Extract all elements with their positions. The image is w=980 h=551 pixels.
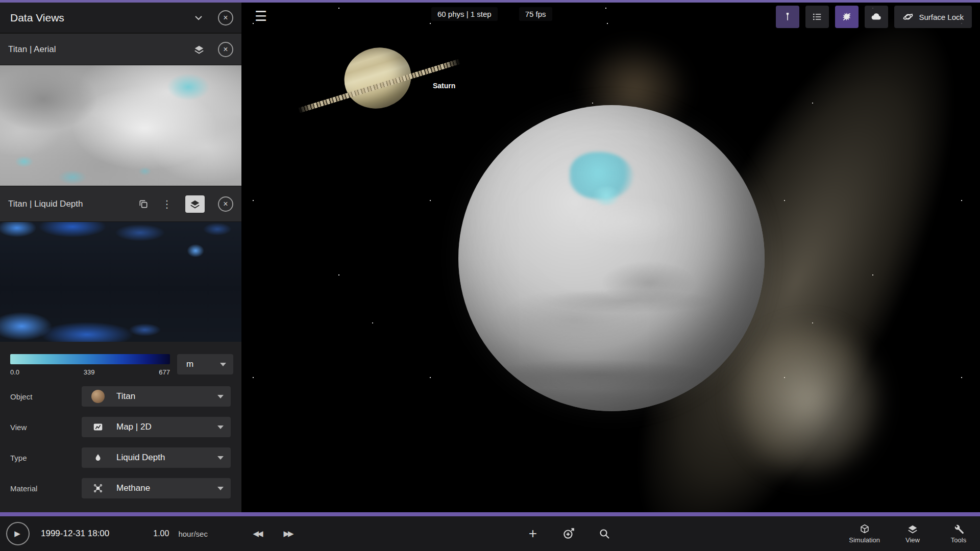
flashlight-icon <box>782 12 793 22</box>
droplet-icon <box>91 453 105 462</box>
aerial-view-title: Titan | Aerial <box>8 44 193 55</box>
view-menu-label: View <box>905 536 920 544</box>
chevron-down-icon <box>220 363 226 366</box>
simulation-datetime[interactable]: 1999-12-31 18:00 <box>41 529 109 539</box>
time-step-controls: ◀◀ ▶▶ <box>246 516 299 551</box>
titan-moon[interactable] <box>458 105 765 411</box>
liquid-view-header: Titan | Liquid Depth ⋮ × <box>0 186 241 222</box>
aerial-view-header: Titan | Aerial × <box>0 33 241 65</box>
physics-status: 60 phys | 1 step <box>431 7 498 21</box>
tools-menu-button[interactable]: Tools <box>942 521 975 546</box>
app-root: Data Views × Titan | Aerial <box>0 0 980 551</box>
view-options-button[interactable]: ⋮ <box>162 198 172 210</box>
time-rate-unit[interactable]: hour/sec <box>178 530 208 538</box>
close-panel-button[interactable]: × <box>218 10 233 26</box>
surface-lock-icon <box>902 11 914 22</box>
fps-counter: 75 fps <box>519 7 552 21</box>
collisions-toggle-button[interactable] <box>835 6 859 28</box>
layers-icon <box>193 44 205 55</box>
atmosphere-button[interactable] <box>865 6 888 28</box>
molecule-icon <box>91 483 105 493</box>
layers-icon <box>189 198 201 210</box>
close-icon: × <box>223 45 228 54</box>
chevron-down-icon <box>192 12 205 24</box>
speed-up-button[interactable]: ▶▶ <box>277 522 299 545</box>
surface-lock-label: Surface Lock <box>919 13 964 21</box>
close-icon: × <box>223 13 228 22</box>
field-row-view: View Map | 2D <box>0 412 241 442</box>
chevron-down-icon <box>217 456 224 460</box>
field-row-type: Type Liquid Depth <box>0 442 241 473</box>
object-label: Object <box>10 392 82 401</box>
add-object-button[interactable] <box>556 521 581 546</box>
object-dropdown[interactable]: Titan <box>82 386 231 407</box>
color-legend: 0.0 339 677 <box>10 354 170 376</box>
layers-icon <box>907 523 918 535</box>
kebab-menu-icon: ⋮ <box>162 198 172 210</box>
simulation-menu-button[interactable]: Simulation <box>846 521 883 546</box>
view-block-aerial: Titan | Aerial × <box>0 33 241 186</box>
legend-mid: 339 <box>84 368 95 376</box>
wrench-icon <box>953 523 964 535</box>
titan-surface-texture <box>458 105 765 411</box>
liquid-close-button[interactable]: × <box>218 196 233 212</box>
unit-value: m <box>186 359 193 369</box>
chevron-down-icon <box>217 425 224 429</box>
play-icon: ▶ <box>14 529 20 538</box>
cloud-icon <box>871 11 882 22</box>
aerial-close-button[interactable]: × <box>218 42 233 57</box>
performance-stats: 60 phys | 1 step 75 fps <box>431 7 552 21</box>
view-menu-button[interactable]: View <box>896 521 929 546</box>
map-icon <box>91 421 105 433</box>
type-dropdown[interactable]: Liquid Depth <box>82 447 231 468</box>
time-rate-value[interactable]: 1.00 <box>153 529 169 538</box>
field-row-material: Material Methane <box>0 473 241 504</box>
plus-icon: + <box>529 525 537 542</box>
view-settings-fields: Object Titan View Map | 2D Type <box>0 378 241 504</box>
material-label: Material <box>10 484 82 493</box>
object-action-buttons: + <box>521 516 617 551</box>
search-button[interactable] <box>592 521 617 546</box>
view-label: View <box>10 423 82 432</box>
data-rows-button[interactable] <box>805 6 829 28</box>
lighting-toggle-button[interactable] <box>776 6 799 28</box>
type-label: Type <box>10 454 82 462</box>
viewport-toolbar: Surface Lock <box>776 6 972 28</box>
data-views-header: Data Views × <box>0 3 241 33</box>
unit-dropdown[interactable]: m <box>177 354 233 374</box>
data-views-panel: Data Views × Titan | Aerial <box>0 3 241 512</box>
duplicate-view-button[interactable] <box>138 199 149 209</box>
main-menu-button[interactable]: ☰ <box>252 8 270 25</box>
panel-header-actions: × <box>192 10 233 26</box>
fast-forward-icon: ▶▶ <box>283 529 292 538</box>
panel-title: Data Views <box>10 12 192 24</box>
play-button[interactable]: ▶ <box>6 522 30 545</box>
liquid-view-actions: ⋮ × <box>138 195 233 213</box>
time-controls-left: ▶ 1999-12-31 18:00 1.00 hour/sec <box>6 516 208 551</box>
bottom-accent-bar <box>0 512 980 516</box>
simulation-viewport[interactable]: Saturn ☰ 60 phys | 1 step 75 fps <box>241 3 980 512</box>
aerial-view-actions: × <box>193 42 233 57</box>
simulation-menu-label: Simulation <box>849 536 880 544</box>
aerial-map-preview[interactable] <box>0 65 241 186</box>
titan-thumbnail-icon <box>91 390 105 403</box>
slow-down-button[interactable]: ◀◀ <box>246 522 268 545</box>
collision-off-icon <box>842 12 852 22</box>
add-button[interactable]: + <box>521 521 545 546</box>
legend-min: 0.0 <box>10 368 19 376</box>
saturn-label[interactable]: Saturn <box>433 82 455 90</box>
view-dropdown[interactable]: Map | 2D <box>82 417 231 437</box>
list-icon <box>812 12 822 22</box>
surface-lock-button[interactable]: Surface Lock <box>894 6 972 28</box>
add-object-icon <box>562 527 575 540</box>
legend-max: 677 <box>159 368 170 376</box>
copy-icon <box>138 199 149 209</box>
collapse-panel-button[interactable] <box>192 12 205 24</box>
field-row-object: Object Titan <box>0 381 241 412</box>
material-dropdown[interactable]: Methane <box>82 478 231 498</box>
liquid-layers-button[interactable] <box>185 195 205 213</box>
close-icon: × <box>223 199 228 208</box>
tools-menu-label: Tools <box>951 536 966 544</box>
aerial-layers-button[interactable] <box>193 44 205 55</box>
liquid-depth-map-preview[interactable] <box>0 222 241 342</box>
